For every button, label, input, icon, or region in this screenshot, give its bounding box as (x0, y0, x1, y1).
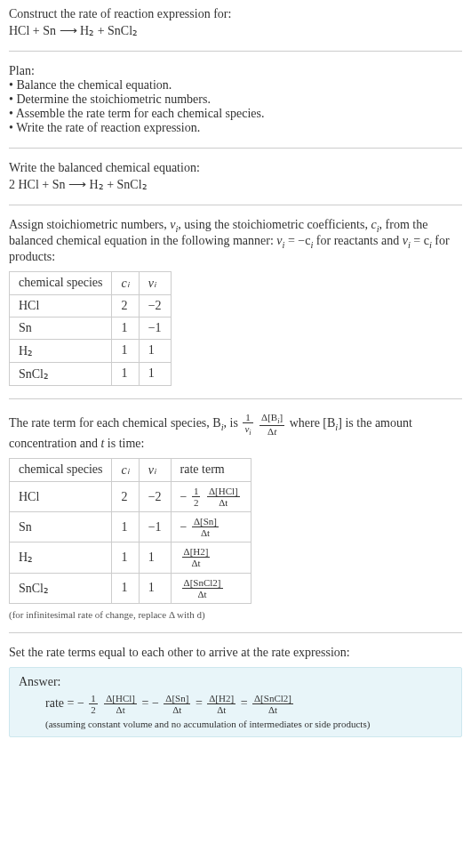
rateterm-text: is time: (104, 437, 144, 450)
delta-b-fraction: Δ[Bi]Δt (259, 412, 284, 437)
table-header-row: chemical species cᵢ νᵢ (10, 271, 172, 294)
rateterm-section: The rate term for each chemical species,… (9, 412, 462, 451)
col-nu: νᵢ (139, 458, 171, 481)
balanced-line: Write the balanced chemical equation: (9, 161, 462, 175)
frac-den: νi (243, 422, 252, 437)
frac-den: Δt (207, 496, 240, 508)
col-species: chemical species (10, 458, 112, 481)
rate-cell: Δ[H2]Δt (171, 542, 251, 573)
c-cell: 2 (112, 481, 139, 511)
divider (9, 148, 462, 149)
c-cell: 1 (112, 339, 139, 362)
delta-hcl-fraction: Δ[HCl]Δt (104, 693, 137, 715)
delta-fraction: Δ[HCl]Δt (207, 486, 240, 508)
divider (9, 51, 462, 52)
delta-fraction: Δ[H2]Δt (182, 546, 211, 568)
rateterm-text: The rate term for each chemical species,… (9, 416, 221, 430)
rate-term-table: chemical species cᵢ νᵢ rate term HCl 2 −… (9, 458, 251, 604)
table-row: H₂ 1 1 Δ[H2]Δt (10, 542, 251, 573)
answer-note: (assuming constant volume and no accumul… (45, 719, 452, 729)
frac-den: 2 (89, 703, 98, 715)
plan-bullet: • Balance the chemical equation. (9, 78, 462, 92)
stoich-table: chemical species cᵢ νᵢ HCl 2 −2 Sn 1 −1 … (9, 271, 172, 386)
one-over-nu-fraction: 1νi (243, 412, 252, 437)
rate-cell: − Δ[Sn]Δt (171, 512, 251, 542)
frac-den: Δt (182, 588, 223, 599)
plan-section: Plan: • Balance the chemical equation. •… (9, 64, 462, 135)
assign-text: , using the stoichiometric coefficients, (178, 218, 371, 231)
rate-cell: − 12 Δ[HCl]Δt (171, 481, 251, 511)
assign-text: = c (411, 234, 429, 247)
species-cell: H₂ (10, 542, 112, 573)
c-cell: 1 (112, 317, 139, 339)
rateterm-text: , is (224, 416, 242, 430)
answer-rate-expression: rate = − 12 Δ[HCl]Δt = − Δ[Sn]Δt = Δ[H2]… (45, 693, 452, 715)
half-fraction: 12 (89, 693, 98, 715)
assign-text: for reactants and (313, 234, 402, 247)
equals: = (196, 696, 205, 710)
plan-bullet: • Determine the stoichiometric numbers. (9, 92, 462, 107)
frac-num: Δ[Sn] (192, 516, 219, 526)
frac-den: Δt (182, 557, 211, 568)
c-cell: 2 (112, 294, 139, 317)
col-c: cᵢ (112, 458, 139, 481)
delta-fraction: Δ[SnCl2]Δt (182, 577, 223, 599)
col-c-label: cᵢ (121, 277, 129, 290)
frac-num: 1 (89, 693, 98, 703)
nu-cell: −2 (139, 294, 171, 317)
plan-bullet: • Write the rate of reaction expression. (9, 121, 462, 135)
divider (9, 398, 462, 399)
balanced-equation: 2 HCl + Sn ⟶ H₂ + SnCl₂ (9, 177, 462, 192)
nu-cell: −1 (139, 512, 171, 542)
col-rate: rate term (171, 458, 251, 481)
frac-num: Δ[H2] (207, 693, 236, 703)
frac-den: 2 (192, 496, 201, 508)
table-row: SnCl₂ 1 1 Δ[SnCl2]Δt (10, 573, 251, 603)
c-cell: 1 (112, 573, 139, 603)
answer-box: Answer: rate = − 12 Δ[HCl]Δt = − Δ[Sn]Δt… (9, 667, 462, 737)
col-nu: νᵢ (139, 271, 171, 294)
plan-bullet: • Assemble the rate term for each chemic… (9, 107, 462, 121)
nu-cell: −2 (139, 481, 171, 511)
species-cell: H₂ (10, 339, 112, 362)
neg-sign: − (180, 490, 188, 504)
table-row: HCl 2 −2 (10, 294, 172, 317)
nu-cell: 1 (139, 362, 171, 385)
table-row: HCl 2 −2 − 12 Δ[HCl]Δt (10, 481, 251, 511)
frac-num: Δ[SnCl2] (252, 693, 293, 703)
delta-fraction: Δ[Sn]Δt (192, 516, 219, 538)
rate-cell: Δ[SnCl2]Δt (171, 573, 251, 603)
col-nu-label: νᵢ (148, 463, 156, 477)
frac-den: Δt (252, 703, 293, 715)
table-row: Sn 1 −1 − Δ[Sn]Δt (10, 512, 251, 542)
frac-den: Δt (164, 703, 190, 715)
delta-sn-fraction: Δ[Sn]Δt (164, 693, 190, 715)
nu-cell: 1 (139, 573, 171, 603)
frac-num: Δ[Sn] (164, 693, 190, 703)
plan-heading: Plan: (9, 64, 462, 78)
table-row: Sn 1 −1 (10, 317, 172, 339)
final-line: Set the rate terms equal to each other t… (9, 646, 462, 660)
species-cell: Sn (10, 317, 112, 339)
table-row: H₂ 1 1 (10, 339, 172, 362)
table-row: SnCl₂ 1 1 (10, 362, 172, 385)
intro-line: Construct the rate of reaction expressio… (9, 7, 462, 21)
frac-num: Δ[H2] (182, 546, 211, 557)
frac-num: Δ[HCl] (207, 486, 240, 496)
intro-section: Construct the rate of reaction expressio… (9, 7, 462, 38)
assign-text: Assign stoichiometric numbers, (9, 218, 170, 231)
delta-sncl2-fraction: Δ[SnCl2]Δt (252, 693, 293, 715)
divider (9, 632, 462, 633)
col-c: cᵢ (112, 271, 139, 294)
species-cell: HCl (10, 294, 112, 317)
frac-den: Δt (192, 526, 219, 538)
frac-num: Δ[Bi] (259, 412, 284, 425)
species-cell: Sn (10, 512, 112, 542)
assign-section: Assign stoichiometric numbers, νi, using… (9, 218, 462, 264)
col-species: chemical species (10, 271, 112, 294)
frac-num: 1 (192, 486, 201, 496)
col-c-label: cᵢ (121, 463, 129, 477)
neg-sign: − (180, 520, 188, 534)
species-cell: SnCl₂ (10, 573, 112, 603)
rate-label: rate = (45, 696, 77, 710)
